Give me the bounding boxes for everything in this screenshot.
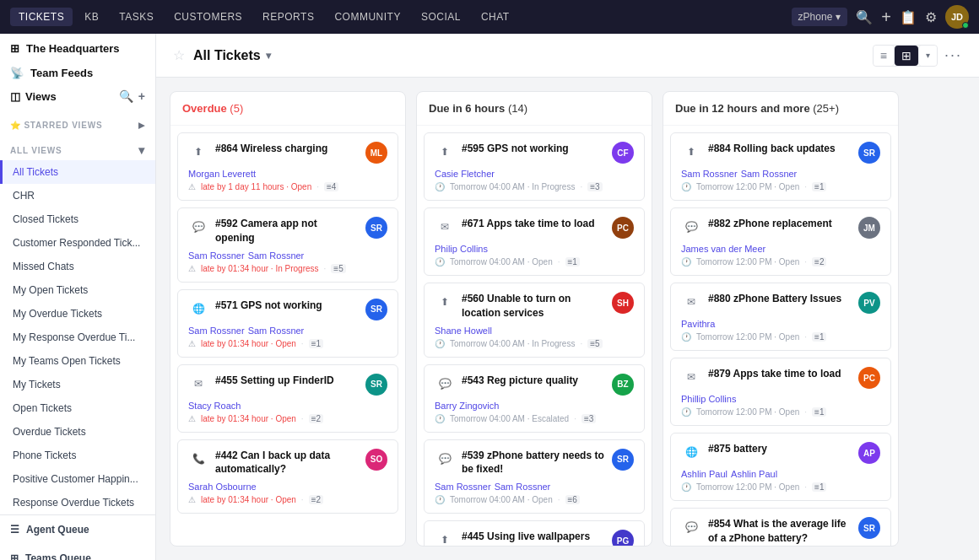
nav-tickets[interactable]: TICKETS	[10, 8, 73, 26]
agent-link-2-2-0[interactable]: Pavithra	[681, 319, 715, 329]
sidebar-teams-queue[interactable]: ⊞ Teams Queue	[0, 544, 155, 560]
sidebar-headquarters[interactable]: ⊞ The Headquarters	[0, 34, 155, 58]
ticket-card-1-1[interactable]: ✉ #671 Apps take time to load PC Philip …	[424, 207, 645, 276]
search-icon[interactable]: 🔍	[856, 9, 873, 25]
zphone-selector[interactable]: zPhone ▾	[792, 8, 848, 26]
sidebar-item-my-tickets[interactable]: My Tickets	[0, 373, 155, 396]
views-section: ◫ Views 🔍 +	[0, 83, 155, 110]
card-title-0-2: #571 GPS not working	[215, 299, 359, 313]
ticket-card-0-3[interactable]: ✉ #455 Setting up FinderID SR Stacy Roac…	[177, 364, 398, 433]
nav-kb[interactable]: KB	[76, 8, 107, 26]
agent-link-2-1-0[interactable]: James van der Meer	[681, 244, 765, 254]
sidebar-item-all-tickets[interactable]: All Tickets	[0, 160, 155, 184]
sidebar-item-positive[interactable]: Positive Customer Happin...	[0, 467, 155, 491]
column-cards-2: ⬆ #884 Rolling back updates SR Sam Rossn…	[663, 126, 898, 546]
card-title-2-4: #875 battery	[708, 442, 852, 456]
sidebar-item-my-teams-open[interactable]: My Teams Open Tickets	[0, 349, 155, 373]
agent-link-2-4-1[interactable]: Ashlin Paul	[731, 469, 777, 479]
settings-icon[interactable]: ⚙	[925, 9, 937, 25]
sidebar-item-open[interactable]: Open Tickets	[0, 396, 155, 420]
add-icon[interactable]: +	[881, 8, 891, 27]
agent-link-0-3-0[interactable]: Stacy Roach	[188, 401, 241, 411]
agent-link-2-0-0[interactable]: Sam Rossner	[681, 169, 738, 179]
avatar[interactable]: JD	[945, 5, 969, 29]
ticket-card-1-0[interactable]: ⬆ #595 GPS not working CF Casie Fletcher…	[424, 132, 645, 201]
all-views-collapse-icon[interactable]: ▾	[138, 143, 145, 157]
card-meta-text-0-1: late by 01:34 hour · In Progress	[201, 264, 319, 273]
view-more-btn[interactable]: ▾	[918, 46, 937, 66]
nav-social[interactable]: SOCIAL	[413, 8, 469, 26]
card-meta-text-0-2: late by 01:34 hour · Open	[201, 339, 296, 348]
sidebar-team-feeds[interactable]: 📡 Team Feeds	[0, 58, 155, 83]
ticket-card-2-5[interactable]: 💬 #854 What is the average life of a zPh…	[670, 508, 891, 546]
ticket-card-0-1[interactable]: 💬 #592 Camera app not opening SR Sam Ros…	[177, 207, 398, 283]
card-dot-0-0: ·	[316, 182, 319, 191]
agent-link-2-3-0[interactable]: Phillip Collins	[681, 394, 736, 404]
agent-link-1-4-0[interactable]: Sam Rossner	[435, 482, 491, 492]
search-views-icon[interactable]: 🔍	[119, 89, 133, 103]
agent-link-1-3-0[interactable]: Barry Zingovich	[435, 401, 499, 411]
ticket-card-2-1[interactable]: 💬 #882 zPhone replacement JM James van d…	[670, 207, 891, 276]
list-view-btn[interactable]: ≡	[874, 46, 895, 66]
card-count-1-3: ≡3	[581, 414, 596, 423]
sidebar-item-closed-tickets[interactable]: Closed Tickets	[0, 207, 155, 231]
ticket-card-1-4[interactable]: 💬 #539 zPhone battery needs to be fixed!…	[424, 439, 645, 514]
favorite-star-icon[interactable]: ☆	[173, 47, 185, 63]
page-title[interactable]: All Tickets ▾	[193, 48, 271, 63]
agent-link-1-2-0[interactable]: Shane Howell	[435, 326, 492, 336]
ticket-card-2-3[interactable]: ✉ #879 Apps take time to load PC Phillip…	[670, 358, 891, 426]
starred-expand-icon[interactable]: ▸	[138, 118, 145, 132]
all-views-label: ALL VIEWS ▾	[0, 135, 155, 160]
sidebar-item-my-open[interactable]: My Open Tickets	[0, 278, 155, 302]
ticket-card-2-0[interactable]: ⬆ #884 Rolling back updates SR Sam Rossn…	[670, 132, 891, 201]
sidebar-item-my-overdue[interactable]: My Overdue Tickets	[0, 302, 155, 326]
agent-link-2-4-0[interactable]: Ashlin Paul	[681, 469, 727, 479]
sidebar-item-chr[interactable]: CHR	[0, 184, 155, 207]
ticket-card-2-4[interactable]: 🌐 #875 battery AP Ashlin Paul Ashlin Pau…	[670, 433, 891, 501]
card-dot-1-2: ·	[580, 339, 582, 348]
add-view-icon[interactable]: +	[138, 89, 145, 103]
agent-link-0-1-1[interactable]: Sam Rossner	[248, 250, 305, 261]
agent-link-0-2-0[interactable]: Sam Rossner	[188, 326, 245, 336]
ticket-card-0-0[interactable]: ⬆ #864 Wireless charging ML Morgan Lever…	[177, 132, 398, 201]
grid-view-btn[interactable]: ⊞	[895, 46, 918, 66]
ticket-card-0-2[interactable]: 🌐 #571 GPS not working SR Sam Rossner Sa…	[177, 289, 398, 358]
agent-link-1-4-1[interactable]: Sam Rossner	[495, 482, 551, 492]
ticket-card-1-3[interactable]: 💬 #543 Reg picture quality BZ Barry Zing…	[424, 364, 645, 433]
sidebar-item-customer-responded[interactable]: Customer Responded Tick...	[0, 231, 155, 255]
card-avatar-2-2: PV	[858, 292, 880, 314]
agent-link-0-2-1[interactable]: Sam Rossner	[248, 326, 305, 336]
card-dot-2-1: ·	[804, 257, 807, 267]
sidebar-agent-queue[interactable]: ☰ Agent Queue	[0, 515, 155, 544]
ticket-card-0-4[interactable]: 📞 #442 Can I back up data automatically?…	[177, 439, 398, 514]
agent-link-1-0-0[interactable]: Casie Fletcher	[435, 169, 495, 179]
main-content: ☆ All Tickets ▾ ≡ ⊞ ▾ ··· Overdue (5) ⬆ …	[156, 34, 979, 560]
card-clock-icon-0-1: ⚠	[188, 264, 196, 273]
agent-link-0-0-0[interactable]: Morgan Leverett	[188, 169, 256, 179]
nav-customers[interactable]: CUSTOMERS	[165, 8, 251, 26]
sidebar-item-response-overdue[interactable]: Response Overdue Tickets	[0, 491, 155, 514]
nav-chat[interactable]: CHAT	[473, 8, 518, 26]
sidebar-item-overdue[interactable]: Overdue Tickets	[0, 420, 155, 444]
card-title-0-3: #455 Setting up FinderID	[215, 374, 359, 388]
sidebar-item-missed-chats[interactable]: Missed Chats	[0, 255, 155, 278]
notifications-icon[interactable]: 📋	[900, 9, 917, 25]
nav-tasks[interactable]: TASKS	[111, 8, 162, 26]
agent-link-0-4-0[interactable]: Sarah Osbourne	[188, 482, 257, 492]
column-title-2: Due in 12 hours and more (25+)	[675, 102, 839, 115]
ticket-card-1-2[interactable]: ⬆ #560 Unable to turn on location servic…	[424, 283, 645, 358]
card-avatar-0-0: ML	[365, 142, 387, 164]
agent-link-2-0-1[interactable]: Sam Rossner	[741, 169, 798, 179]
nav-community[interactable]: COMMUNITY	[326, 8, 409, 26]
card-clock-icon-1-4: 🕐	[435, 495, 445, 504]
header-more-icon[interactable]: ···	[944, 46, 962, 64]
agent-link-1-1-0[interactable]: Philip Collins	[435, 244, 488, 254]
ticket-card-2-2[interactable]: ✉ #880 zPhone Battery Issues PV Pavithra…	[670, 283, 891, 351]
views-label: Views	[25, 90, 57, 103]
agent-link-0-1-0[interactable]: Sam Rossner	[188, 250, 245, 261]
card-meta-text-2-2: Tomorrow 12:00 PM · Open	[696, 332, 799, 342]
sidebar-item-my-response-overdue[interactable]: My Response Overdue Ti...	[0, 326, 155, 349]
sidebar-item-phone[interactable]: Phone Tickets	[0, 444, 155, 467]
ticket-card-1-5[interactable]: ⬆ #445 Using live wallpapers PG Peter Gr…	[424, 520, 645, 546]
nav-reports[interactable]: REPORTS	[254, 8, 322, 26]
